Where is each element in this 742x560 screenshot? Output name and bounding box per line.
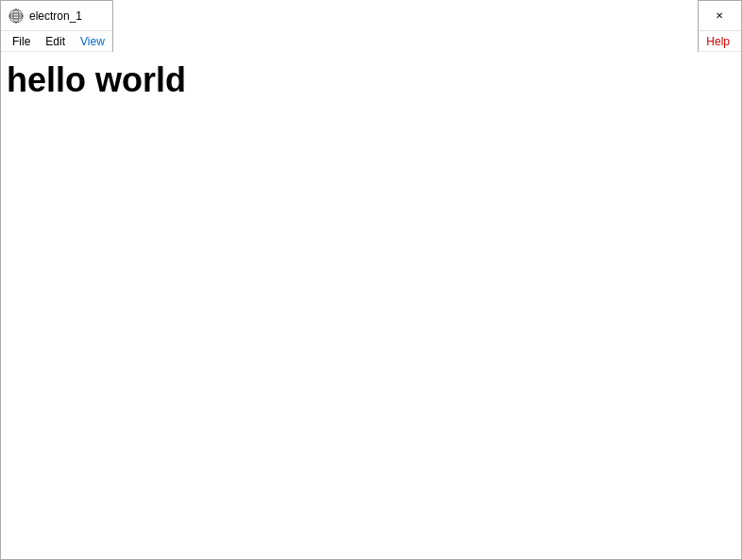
window-title: electron_1 [29, 9, 82, 23]
hello-world-text: hello world [7, 59, 735, 100]
menu-item-help[interactable]: Help [699, 33, 737, 50]
menu-bar: File Edit View Window Help [1, 31, 741, 52]
main-content: hello world [1, 52, 741, 559]
menu-item-file[interactable]: File [5, 33, 38, 50]
menu-item-edit[interactable]: Edit [38, 33, 73, 50]
close-button[interactable]: ✕ [698, 1, 741, 31]
app-window: electron_1 ─ □ ✕ File Edit View Window H… [0, 0, 742, 560]
menu-item-view[interactable]: View [73, 33, 112, 50]
title-bar-left: electron_1 [8, 8, 82, 24]
app-icon [8, 8, 24, 24]
